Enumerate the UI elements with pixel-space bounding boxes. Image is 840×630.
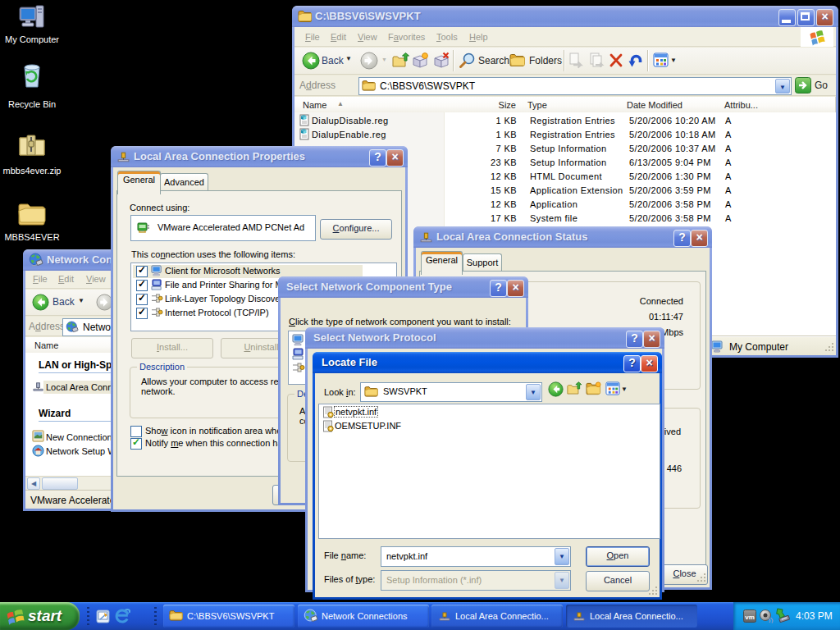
svg-text:vm: vm [745,614,755,621]
